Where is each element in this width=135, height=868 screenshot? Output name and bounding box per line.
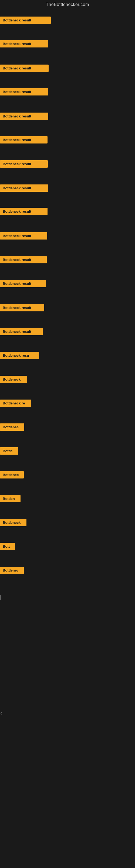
bottleneck-result-item: Bottleneck result [0,160,48,167]
bottleneck-result-item: Bottleneck result [0,208,48,215]
bottleneck-result-item: Bottleneck result [0,184,48,192]
bottleneck-result-item: Bottlenec [0,567,24,574]
bottleneck-result-item: Bottleneck result [0,232,47,240]
site-title: TheBottlenecker.com [0,0,135,9]
bottleneck-result-item: Bottlenec [0,471,24,478]
bottleneck-result-item: Bottleneck result [0,280,46,287]
bottleneck-result-item: Bottleneck [0,376,27,383]
bottleneck-result-item: Bottleneck result [0,136,48,144]
bottleneck-result-item: Bottlen [0,495,20,502]
bottleneck-result-item: Bottleneck result [0,113,48,120]
bottleneck-result-item: Bottleneck result [0,88,48,95]
bottleneck-result-item: Bottleneck result [0,328,43,335]
bottleneck-result-item: Bottleneck [0,519,27,526]
bottleneck-result-item: Bottleneck result [0,65,49,72]
bottleneck-result-item: Bottleneck re [0,400,31,407]
small-label: 0 [1,712,2,715]
bottleneck-result-item: Bott [0,543,15,550]
bottleneck-result-item: Bottlenec [0,424,24,431]
bottleneck-result-item: Bottleneck result [0,304,44,311]
bottleneck-result-item: Bottleneck result [0,40,48,48]
bottleneck-result-item: Bottleneck result [0,256,47,264]
text-cursor [1,595,1,600]
bottleneck-result-item: Bottle [0,447,18,455]
bottleneck-result-item: Bottleneck resu [0,352,39,359]
bottleneck-result-item: Bottleneck result [0,17,51,24]
